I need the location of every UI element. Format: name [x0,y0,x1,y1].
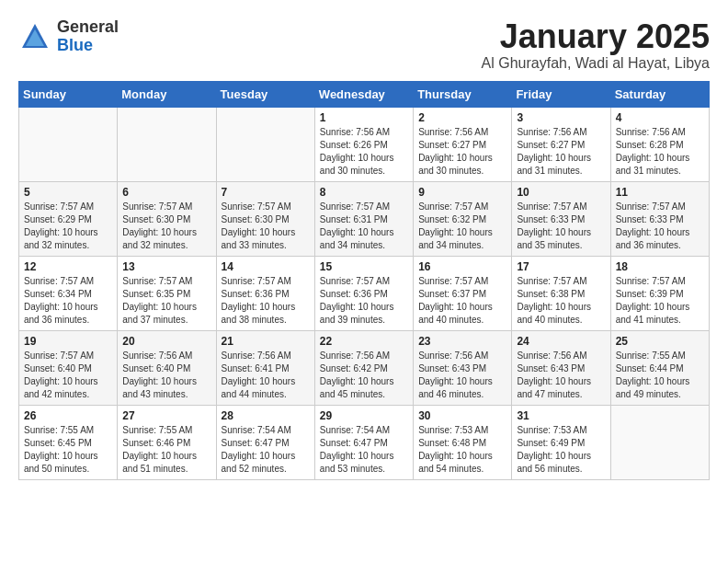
day-cell: 9Sunrise: 7:57 AMSunset: 6:32 PMDaylight… [414,181,512,256]
day-info: Sunrise: 7:57 AMSunset: 6:35 PMDaylight:… [122,275,210,327]
day-cell: 10Sunrise: 7:57 AMSunset: 6:33 PMDayligh… [512,181,610,256]
day-cell [19,107,118,181]
day-info: Sunrise: 7:57 AMSunset: 6:31 PMDaylight:… [320,201,408,252]
day-number: 21 [222,335,310,348]
day-number: 15 [320,260,408,273]
header-day-thursday: Thursday [414,81,512,107]
day-cell: 15Sunrise: 7:57 AMSunset: 6:36 PMDayligh… [314,256,413,330]
header-day-monday: Monday [118,81,216,107]
day-cell: 22Sunrise: 7:56 AMSunset: 6:42 PMDayligh… [314,330,413,405]
day-number: 16 [418,260,506,273]
day-cell [216,107,314,181]
day-number: 11 [616,186,704,199]
logo-icon [18,20,51,53]
day-cell: 21Sunrise: 7:56 AMSunset: 6:41 PMDayligh… [216,330,314,405]
day-number: 4 [616,111,704,124]
logo-general-text: General [57,18,119,37]
day-cell: 12Sunrise: 7:57 AMSunset: 6:34 PMDayligh… [19,256,118,330]
day-cell: 19Sunrise: 7:57 AMSunset: 6:40 PMDayligh… [19,330,118,405]
day-number: 12 [24,260,112,273]
day-number: 3 [517,111,605,124]
day-cell: 24Sunrise: 7:56 AMSunset: 6:43 PMDayligh… [512,330,610,405]
day-info: Sunrise: 7:57 AMSunset: 6:33 PMDaylight:… [616,201,704,252]
header-day-tuesday: Tuesday [216,81,314,107]
day-cell: 25Sunrise: 7:55 AMSunset: 6:44 PMDayligh… [610,330,709,405]
header-day-saturday: Saturday [610,81,709,107]
calendar-table: SundayMondayTuesdayWednesdayThursdayFrid… [18,81,710,480]
day-cell: 26Sunrise: 7:55 AMSunset: 6:45 PMDayligh… [19,405,118,479]
day-cell: 5Sunrise: 7:57 AMSunset: 6:29 PMDaylight… [19,181,118,256]
day-info: Sunrise: 7:57 AMSunset: 6:34 PMDaylight:… [24,275,112,327]
day-info: Sunrise: 7:53 AMSunset: 6:48 PMDaylight:… [418,424,506,476]
day-number: 2 [418,111,506,124]
day-number: 29 [320,409,408,422]
day-number: 28 [222,409,310,422]
day-info: Sunrise: 7:57 AMSunset: 6:30 PMDaylight:… [222,201,310,252]
day-info: Sunrise: 7:57 AMSunset: 6:36 PMDaylight:… [320,275,408,327]
day-info: Sunrise: 7:57 AMSunset: 6:37 PMDaylight:… [418,275,506,327]
day-cell: 20Sunrise: 7:56 AMSunset: 6:40 PMDayligh… [118,330,216,405]
day-number: 6 [122,186,210,199]
logo-blue-text: Blue [57,37,119,55]
day-cell: 13Sunrise: 7:57 AMSunset: 6:35 PMDayligh… [118,256,216,330]
day-number: 25 [616,335,704,348]
day-info: Sunrise: 7:57 AMSunset: 6:40 PMDaylight:… [24,350,112,401]
day-number: 5 [24,186,112,199]
title-block: January 2025 Al Ghurayfah, Wadi al Hayat… [482,18,710,72]
day-info: Sunrise: 7:56 AMSunset: 6:43 PMDaylight:… [517,350,605,401]
day-cell: 16Sunrise: 7:57 AMSunset: 6:37 PMDayligh… [414,256,512,330]
day-cell: 6Sunrise: 7:57 AMSunset: 6:30 PMDaylight… [118,181,216,256]
week-row-2: 5Sunrise: 7:57 AMSunset: 6:29 PMDaylight… [19,181,710,256]
day-cell: 23Sunrise: 7:56 AMSunset: 6:43 PMDayligh… [414,330,512,405]
calendar-subtitle: Al Ghurayfah, Wadi al Hayat, Libya [482,55,710,72]
day-number: 31 [517,409,605,422]
day-info: Sunrise: 7:56 AMSunset: 6:27 PMDaylight:… [418,126,506,178]
day-number: 23 [418,335,506,348]
day-cell: 4Sunrise: 7:56 AMSunset: 6:28 PMDaylight… [610,107,709,181]
day-cell: 7Sunrise: 7:57 AMSunset: 6:30 PMDaylight… [216,181,314,256]
day-number: 19 [24,335,112,348]
day-cell: 8Sunrise: 7:57 AMSunset: 6:31 PMDaylight… [314,181,413,256]
day-info: Sunrise: 7:55 AMSunset: 6:46 PMDaylight:… [122,424,210,476]
day-number: 9 [418,186,506,199]
day-number: 27 [122,409,210,422]
day-number: 24 [517,335,605,348]
day-cell: 31Sunrise: 7:53 AMSunset: 6:49 PMDayligh… [512,405,610,479]
day-number: 10 [517,186,605,199]
calendar-title: January 2025 [482,18,710,55]
day-number: 20 [122,335,210,348]
header-day-friday: Friday [512,81,610,107]
day-number: 22 [320,335,408,348]
day-number: 7 [222,186,310,199]
day-number: 18 [616,260,704,273]
week-row-4: 19Sunrise: 7:57 AMSunset: 6:40 PMDayligh… [19,330,710,405]
day-info: Sunrise: 7:57 AMSunset: 6:29 PMDaylight:… [24,201,112,252]
day-cell [118,107,216,181]
day-info: Sunrise: 7:56 AMSunset: 6:42 PMDaylight:… [320,350,408,401]
day-number: 26 [24,409,112,422]
day-number: 14 [222,260,310,273]
week-row-3: 12Sunrise: 7:57 AMSunset: 6:34 PMDayligh… [19,256,710,330]
day-info: Sunrise: 7:54 AMSunset: 6:47 PMDaylight:… [320,424,408,476]
day-number: 1 [320,111,408,124]
day-number: 17 [517,260,605,273]
page-header: General Blue January 2025 Al Ghurayfah, … [18,18,710,72]
day-info: Sunrise: 7:56 AMSunset: 6:27 PMDaylight:… [517,126,605,178]
header-day-sunday: Sunday [19,81,118,107]
week-row-1: 1Sunrise: 7:56 AMSunset: 6:26 PMDaylight… [19,107,710,181]
header-row: SundayMondayTuesdayWednesdayThursdayFrid… [19,81,710,107]
day-info: Sunrise: 7:56 AMSunset: 6:43 PMDaylight:… [418,350,506,401]
day-info: Sunrise: 7:55 AMSunset: 6:45 PMDaylight:… [24,424,112,476]
day-number: 8 [320,186,408,199]
day-info: Sunrise: 7:56 AMSunset: 6:40 PMDaylight:… [122,350,210,401]
day-info: Sunrise: 7:57 AMSunset: 6:33 PMDaylight:… [517,201,605,252]
day-info: Sunrise: 7:57 AMSunset: 6:30 PMDaylight:… [122,201,210,252]
day-cell: 30Sunrise: 7:53 AMSunset: 6:48 PMDayligh… [414,405,512,479]
day-info: Sunrise: 7:56 AMSunset: 6:28 PMDaylight:… [616,126,704,178]
day-cell: 28Sunrise: 7:54 AMSunset: 6:47 PMDayligh… [216,405,314,479]
day-cell: 17Sunrise: 7:57 AMSunset: 6:38 PMDayligh… [512,256,610,330]
logo: General Blue [18,18,119,55]
day-info: Sunrise: 7:56 AMSunset: 6:41 PMDaylight:… [222,350,310,401]
day-cell [610,405,709,479]
day-cell: 1Sunrise: 7:56 AMSunset: 6:26 PMDaylight… [314,107,413,181]
